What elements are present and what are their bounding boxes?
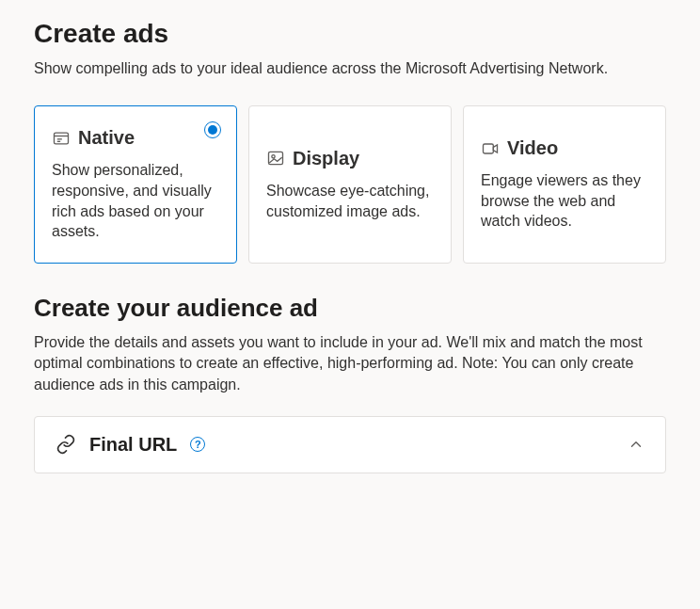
audience-section-desc: Provide the details and assets you want … [34, 332, 666, 395]
ad-type-display-card[interactable]: Display Showcase eye-catching, customize… [248, 105, 452, 263]
chevron-up-icon [628, 436, 644, 453]
final-url-panel-header[interactable]: Final URL ? [56, 434, 644, 456]
final-url-label: Final URL [89, 434, 177, 456]
page-intro: Show compelling ads to your ideal audien… [34, 58, 666, 79]
page-title: Create ads [34, 19, 666, 49]
ad-type-title: Display [293, 148, 359, 169]
svg-rect-6 [484, 144, 494, 153]
final-url-panel: Final URL ? [34, 416, 666, 473]
svg-point-5 [272, 155, 275, 158]
svg-rect-0 [55, 133, 69, 144]
ad-type-desc: Show personalized, responsive, and visua… [52, 160, 219, 241]
link-icon [56, 434, 76, 455]
ad-type-native-card[interactable]: Native Show personalized, responsive, an… [34, 105, 237, 263]
ad-type-title: Native [78, 127, 135, 149]
audience-section-title: Create your audience ad [34, 294, 666, 323]
display-icon [266, 149, 285, 168]
ad-type-title: Video [507, 137, 558, 159]
native-icon [52, 129, 71, 148]
help-icon[interactable]: ? [190, 437, 205, 452]
video-icon [481, 139, 500, 158]
ad-type-selector: Native Show personalized, responsive, an… [34, 105, 666, 263]
ad-type-desc: Showcase eye-catching, customized image … [266, 181, 434, 221]
ad-type-desc: Engage viewers as they browse the web an… [481, 170, 648, 232]
ad-type-video-card[interactable]: Video Engage viewers as they browse the … [463, 105, 666, 263]
